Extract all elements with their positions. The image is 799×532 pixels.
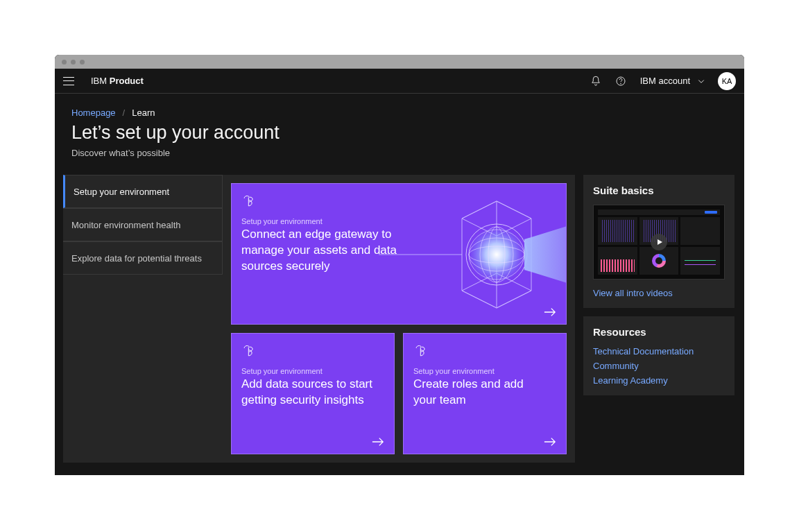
traffic-light-zoom[interactable] [80, 60, 85, 65]
hero-illustration [379, 184, 567, 325]
card-title: Create roles and add your team [413, 377, 549, 409]
svg-point-1 [620, 83, 621, 84]
chevron-down-icon [697, 77, 705, 85]
card-grid: Setup your environment Connect an edge g… [223, 175, 575, 463]
view-all-videos-link[interactable]: View all intro videos [593, 288, 725, 298]
product-icon [241, 343, 257, 359]
tab-label: Explore data for potential threats [71, 253, 202, 264]
account-label: IBM account [640, 76, 690, 86]
notifications-icon[interactable] [583, 69, 608, 94]
card-eyebrow: Setup your environment [241, 367, 384, 375]
window-titlebar [55, 55, 744, 69]
breadcrumb-separator: / [123, 108, 126, 118]
product-icon [413, 343, 429, 359]
product-brand[interactable]: IBM Product [91, 76, 144, 86]
right-rail: Suite basics View all in [583, 175, 734, 463]
avatar[interactable]: KA [718, 72, 736, 90]
card-title: Add data sources to start getting securi… [241, 377, 377, 409]
card-eyebrow: Setup your environment [413, 367, 556, 375]
tab-label: Setup your environment [74, 187, 169, 197]
page-subtitle: Discover what’s possible [55, 144, 744, 158]
card-connect-gateway[interactable]: Setup your environment Connect an edge g… [231, 183, 567, 325]
tab-setup-environment[interactable]: Setup your environment [63, 175, 223, 208]
resources-list: Technical Documentation Community Learni… [593, 346, 725, 386]
help-icon[interactable] [608, 69, 633, 94]
resources-panel: Resources Technical Documentation Commun… [583, 316, 734, 395]
brand-name: Product [110, 76, 144, 86]
breadcrumb-current: Learn [132, 108, 155, 118]
arrow-right-icon [544, 437, 556, 447]
video-thumbnail[interactable] [593, 205, 725, 280]
panel-title: Resources [593, 326, 725, 338]
tab-explore-threats[interactable]: Explore data for potential threats [63, 241, 223, 275]
tab-monitor-health[interactable]: Monitor environment health [63, 208, 223, 241]
arrow-right-icon [372, 437, 384, 447]
breadcrumb: Homepage / Learn [55, 94, 744, 118]
play-icon [651, 234, 667, 250]
resource-link-community[interactable]: Community [593, 361, 725, 371]
global-header: IBM Product IBM account KA [55, 69, 744, 94]
account-switcher[interactable]: IBM account [640, 76, 705, 86]
avatar-initials: KA [722, 77, 732, 85]
panel-title: Suite basics [593, 185, 725, 196]
menu-icon[interactable] [63, 77, 74, 85]
traffic-light-minimize[interactable] [71, 60, 76, 65]
content-panel: Setup your environment Monitor environme… [63, 175, 575, 463]
page-title: Let’s set up your account [55, 118, 744, 144]
resource-link-technical-docs[interactable]: Technical Documentation [593, 346, 725, 357]
resource-link-learning-academy[interactable]: Learning Academy [593, 375, 725, 386]
suite-basics-panel: Suite basics View all in [583, 175, 734, 308]
svg-point-8 [469, 227, 524, 282]
card-create-roles[interactable]: Setup your environment Create roles and … [403, 333, 567, 454]
app-window: IBM Product IBM account KA Homepage / Le… [55, 55, 744, 475]
traffic-light-close[interactable] [62, 60, 67, 65]
main-layout: Setup your environment Monitor environme… [55, 158, 744, 471]
vertical-tabs: Setup your environment Monitor environme… [63, 175, 223, 463]
product-icon [241, 194, 257, 209]
svg-marker-14 [524, 212, 567, 298]
breadcrumb-home[interactable]: Homepage [71, 108, 116, 118]
card-row: Setup your environment Add data sources … [231, 333, 567, 454]
card-add-data-sources[interactable]: Setup your environment Add data sources … [231, 333, 395, 454]
page-body: Homepage / Learn Let’s set up your accou… [55, 94, 744, 475]
tab-label: Monitor environment health [71, 220, 181, 230]
brand-prefix: IBM [91, 76, 110, 86]
